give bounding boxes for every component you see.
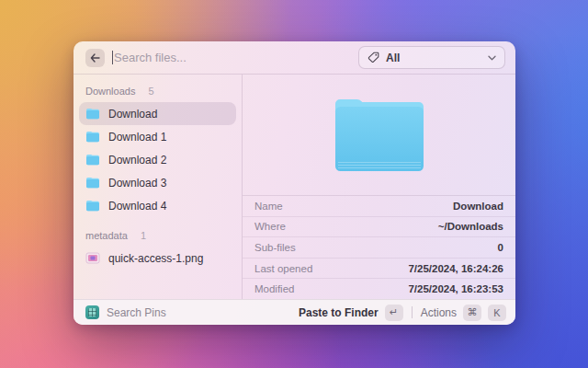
section-header-metadata: metadata 1 [79,226,236,247]
search-pins-window: Search files... All Downloads 5 [74,41,515,325]
list-item-label: Download 1 [108,131,166,144]
metadata-value: ~/Downloads [438,221,503,232]
folder-icon [85,177,100,189]
folder-icon [85,131,100,143]
list-item-label: Download [108,108,157,121]
section-gap [79,217,236,226]
section-header-downloads: Downloads 5 [79,82,236,102]
k-keycap: K [488,305,506,321]
chevron-down-icon [488,55,496,61]
tag-icon [368,52,379,63]
search-placeholder: Search files... [114,51,187,64]
section-count: 5 [148,86,153,97]
top-bar: Search files... All [74,41,515,75]
action-bar: Search Pins Paste to Finder ↵ Actions ⌘ … [74,299,515,325]
actions-button[interactable]: Actions [421,306,457,319]
metadata-value: 7/25/2024, 16:23:53 [408,283,503,294]
metadata-row-last-opened: Last opened 7/25/2024, 16:24:26 [243,259,515,280]
return-keycap: ↵ [385,305,403,321]
search-input[interactable]: Search files... [112,41,358,74]
metadata-label: Sub-files [254,242,296,253]
list-item-download-3[interactable]: Download 3 [79,171,236,194]
list-item-label: Download 3 [108,177,166,190]
metadata-row-modified: Modified 7/25/2024, 16:23:53 [243,279,515,299]
metadata-table: Name Download Where ~/Downloads Sub-file… [243,196,515,299]
section-title: Downloads [85,86,135,97]
folder-preview-icon [328,94,431,177]
app-name: Search Pins [107,306,299,319]
action-bar-right: Paste to Finder ↵ Actions ⌘ K [299,305,506,321]
list-item-download-4[interactable]: Download 4 [79,194,236,217]
folder-icon [85,154,100,166]
metadata-row-where: Where ~/Downloads [243,217,515,238]
metadata-value: Download [453,201,503,212]
filter-selected-value: All [386,52,488,64]
folder-icon [85,200,100,212]
back-arrow-icon [90,53,100,63]
metadata-value: 7/25/2024, 16:24:26 [408,263,503,274]
search-pins-app-icon [85,305,99,319]
metadata-label: Name [254,201,283,212]
metadata-label: Where [254,221,286,232]
list-item-download-1[interactable]: Download 1 [79,125,236,148]
footer-divider [412,306,413,318]
results-list: Downloads 5 Download Download 1 [74,75,243,299]
back-button[interactable] [85,49,105,67]
metadata-label: Last opened [254,263,312,274]
metadata-row-subfiles: Sub-files 0 [243,237,515,259]
paste-to-finder-button[interactable]: Paste to Finder [299,306,379,319]
text-cursor [112,51,113,64]
section-count: 1 [141,230,146,241]
folder-icon [85,108,100,120]
list-item-download-2[interactable]: Download 2 [79,148,236,171]
metadata-label: Modified [254,283,294,294]
section-title: metadata [85,230,128,241]
list-item-label: Download 2 [108,154,166,167]
filter-dropdown[interactable]: All [358,46,505,69]
image-thumbnail-icon [85,252,100,264]
metadata-value: 0 [498,242,503,253]
metadata-row-name: Name Download [243,196,515,217]
list-item-quick-access-png[interactable]: quick-access-1.png [79,247,236,270]
list-item-label: Download 4 [108,200,166,213]
list-item-label: quick-access-1.png [108,252,203,265]
window-body: Downloads 5 Download Download 1 [74,75,515,299]
desktop-background: Search files... All Downloads 5 [0,0,588,368]
detail-panel: Name Download Where ~/Downloads Sub-file… [243,75,515,299]
cmd-keycap: ⌘ [463,305,481,321]
list-item-download[interactable]: Download [79,102,236,125]
file-preview [243,75,515,196]
